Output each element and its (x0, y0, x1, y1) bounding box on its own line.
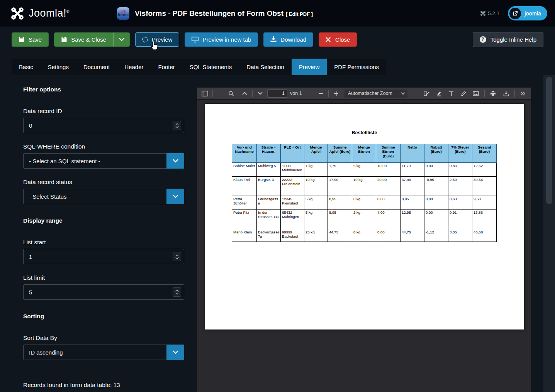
save-button[interactable]: Save (12, 32, 49, 47)
joomla-wordmark: Joomla!® (29, 7, 70, 19)
tab-data-selection[interactable]: Data Selection (239, 59, 292, 75)
pdf-canvas-area[interactable]: Bestellliste Vor- und NachnameStraße + H… (197, 100, 531, 392)
tab-footer[interactable]: Footer (151, 59, 182, 75)
pdf-table-cell: 2,59 (448, 177, 472, 196)
download-icon (270, 36, 277, 42)
save-dropdown-toggle[interactable] (113, 32, 130, 47)
sort-data-by-select[interactable]: ID ascending (23, 345, 184, 360)
pdf-table-cell: 12,62 (472, 163, 497, 177)
list-start-input[interactable] (23, 249, 184, 264)
pdf-table-header-row: Vor- und NachnameStraße + Hausnr.PLZ + O… (232, 144, 497, 163)
pdf-table-cell: 46,68 (472, 229, 497, 242)
draw-icon[interactable] (459, 89, 468, 98)
top-header: Joomla!® visforms Visforms - PDF Bestell… (0, 0, 555, 27)
joomla-version-icon (480, 11, 485, 16)
pdf-table-cell: 0,00 (376, 196, 401, 210)
pdf-table-cell: 12345 Kleinstadt (281, 196, 304, 210)
pdf-table-row: Petra SchöllerGrünesgasse12345 Kleinstad… (232, 196, 497, 210)
pdf-table-cell: 5 kg (304, 210, 328, 229)
sql-where-select[interactable]: - Select an SQL statement - (23, 153, 184, 169)
pdf-table-header-cell: 7% Steuer (Euro) (448, 144, 472, 163)
list-limit-input[interactable] (23, 284, 184, 300)
number-stepper[interactable] (173, 121, 181, 130)
floppy-icon (61, 36, 67, 42)
toolbar-separator (514, 90, 515, 97)
question-icon: ? (480, 36, 486, 43)
records-found-text: Records found in form data table: 13 (23, 382, 184, 389)
pdf-table-cell: 0,91 (448, 210, 472, 229)
preview-new-tab-button[interactable]: Preview in new tab (185, 32, 258, 47)
pdf-table-cell: 37,90 (401, 177, 424, 196)
page-title-group: visforms Visforms - PDF Bestellungen of … (117, 7, 313, 20)
pdf-table-cell: 44,75 (328, 229, 352, 242)
save-close-button[interactable]: Save & Close (54, 32, 113, 47)
pdf-table-cell: 0 kg (352, 229, 376, 242)
pdf-page: Bestellliste Vor- und NachnameStraße + H… (205, 104, 524, 329)
pdf-table-header-cell: Rabatt (Euro) (424, 144, 448, 163)
sql-where-label: SQL-WHERE condition (23, 143, 184, 150)
tab-sql-statements[interactable]: SQL Statements (182, 59, 239, 75)
chevron-up-icon (175, 123, 179, 125)
select-dropdown-button[interactable] (166, 345, 184, 360)
sidebar-toggle-icon[interactable] (200, 89, 210, 98)
toggle-inline-help-button[interactable]: ? Toggle Inline Help (473, 32, 543, 47)
chevron-down-icon (173, 159, 178, 163)
free-text-icon[interactable] (446, 89, 456, 98)
preview-button[interactable]: Preview (135, 32, 179, 47)
data-record-id-input[interactable] (23, 118, 184, 133)
scrollbar-thumb[interactable] (546, 77, 552, 204)
data-record-id-field: Data record ID (23, 108, 184, 133)
loading-spinner-icon (142, 37, 148, 42)
pdf-table-header-cell: Menge Birnen (352, 144, 376, 163)
tab-basic[interactable]: Basic (12, 59, 41, 75)
add-image-icon[interactable] (471, 89, 481, 98)
search-icon[interactable] (226, 89, 236, 98)
page-title-suffix: [ Edit PDF ] (286, 11, 313, 17)
tab-settings[interactable]: Settings (41, 59, 76, 75)
pdf-table-cell: 13,86 (472, 210, 497, 229)
tab-header[interactable]: Header (117, 59, 151, 75)
sql-where-field: SQL-WHERE condition - Select an SQL stat… (23, 143, 184, 169)
header-right: 5.2.1 joomla (480, 6, 547, 20)
pdf-table-header-cell: PLZ + Ort (281, 144, 304, 163)
select-dropdown-button[interactable] (166, 189, 184, 204)
tab-document[interactable]: Document (76, 59, 117, 75)
pdf-table-cell: 65432 Mainingen (281, 210, 304, 229)
zoom-out-icon[interactable] (316, 89, 326, 98)
edit-signature-icon[interactable] (422, 89, 431, 98)
close-button[interactable]: Close (319, 32, 357, 47)
chevron-down-icon (173, 194, 178, 198)
data-record-status-select[interactable]: - Select Status - (23, 189, 184, 204)
pdf-table-cell: 12,95 (401, 210, 424, 229)
tab-preview[interactable]: Preview (292, 59, 327, 75)
pdf-order-table: Vor- und NachnameStraße + Hausnr.PLZ + O… (232, 144, 497, 242)
pdf-table-cell: Mario Klein (232, 229, 257, 242)
download-button[interactable]: Download (263, 32, 313, 47)
more-tools-icon[interactable] (518, 89, 528, 98)
view-site-button[interactable]: joomla (508, 6, 547, 20)
select-dropdown-button[interactable] (166, 153, 184, 169)
print-icon[interactable] (488, 89, 498, 98)
pdf-table-header-cell: Gesamt (Euro) (472, 144, 497, 163)
content-scrollbar[interactable] (543, 75, 555, 392)
visforms-icon: visforms (117, 7, 129, 20)
save-file-icon[interactable] (501, 89, 511, 98)
pdf-table-cell: In der Strasses 111 (257, 210, 281, 229)
toolbar-separator (212, 90, 213, 97)
page-number-input[interactable] (267, 90, 287, 98)
number-stepper[interactable] (173, 287, 181, 297)
next-page-icon[interactable] (255, 89, 265, 98)
action-toolbar: Save Save & Close Preview Preview in new… (0, 27, 555, 51)
display-range-heading: Display range (23, 217, 184, 224)
pdf-table-cell: 22222 Freienstein (281, 177, 304, 196)
app-root: Joomla!® visforms Visforms - PDF Bestell… (0, 0, 555, 392)
monitor-icon (192, 37, 199, 42)
chevron-down-icon (175, 126, 179, 128)
number-stepper[interactable] (173, 252, 181, 261)
previous-page-icon[interactable] (240, 89, 249, 98)
save-close-split: Save & Close (54, 32, 130, 47)
tab-pdf-permissions[interactable]: PDF Permissions (327, 59, 386, 75)
zoom-in-icon[interactable] (331, 89, 341, 98)
zoom-level-select[interactable]: Automatischer Zoom (344, 89, 408, 98)
highlight-icon[interactable] (434, 89, 444, 98)
